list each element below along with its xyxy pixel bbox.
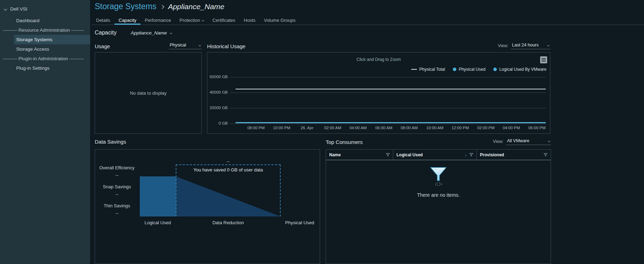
- metric-value: --: [96, 191, 138, 197]
- sidebar-item-plugin-settings[interactable]: Plug-in Settings: [0, 63, 90, 73]
- breadcrumb: Storage Systems Appliance_Name: [95, 2, 224, 11]
- top-consumers-table: Name Logical Used ↓ Provisioned: [326, 149, 551, 264]
- usage-filter-value: Physical: [170, 43, 186, 48]
- savings-annotation-value: --: [176, 159, 281, 164]
- top-consumers-header: Top Consumers View: All VMware: [326, 138, 551, 145]
- historical-view-select[interactable]: Last 24 hours: [511, 42, 550, 49]
- view-label: View:: [498, 43, 508, 48]
- gridline: [230, 108, 546, 108]
- historical-usage-header: Historical Usage View: Last 24 hours: [207, 42, 550, 49]
- tab-certificates[interactable]: Certificates: [208, 15, 239, 25]
- chart-menu-button[interactable]: [540, 56, 547, 63]
- physical-total-line: [236, 89, 546, 89]
- savings-annotation-text: You have saved 0 GB of user data: [176, 167, 281, 172]
- app-window: Dell VSI Dashboard --------- Resource Ad…: [0, 0, 644, 264]
- usage-empty-message: No data to display: [130, 90, 167, 96]
- metric-value: --: [96, 210, 138, 216]
- x-tick: 04:00 AM: [350, 126, 367, 130]
- sidebar-item-storage-systems[interactable]: Storage Systems: [14, 35, 90, 44]
- x-tick: 06:00 AM: [375, 126, 393, 130]
- sort-descending-icon[interactable]: ↓: [465, 152, 467, 157]
- tab-protection-label: Protection: [180, 18, 200, 23]
- metric-label: Snap Savings: [96, 184, 138, 189]
- sidebar-root-dell-vsi[interactable]: Dell VSI: [0, 0, 90, 16]
- x-tick: 10:00 AM: [426, 126, 444, 130]
- y-tick: 40000 GB: [208, 90, 228, 94]
- x-tick: 10:00 PM: [273, 126, 290, 130]
- dot-marker-icon: [453, 68, 456, 71]
- tab-protection[interactable]: Protection: [175, 15, 208, 25]
- column-header-provisioned[interactable]: Provisioned: [476, 150, 551, 160]
- table-header-row: Name Logical Used ↓ Provisioned: [326, 150, 551, 160]
- chevron-down-icon: [199, 44, 201, 46]
- metric-thin-savings: Thin Savings --: [96, 203, 138, 216]
- stage-label-physical-used: Physical Used: [285, 220, 314, 225]
- usage-title: Usage: [95, 43, 110, 49]
- appliance-selector-value: Appliance_Name: [131, 30, 167, 36]
- column-header-name[interactable]: Name: [326, 150, 393, 160]
- top-consumers-view-value: All VMware: [507, 138, 529, 143]
- legend-physical-total[interactable]: Physical Total: [411, 67, 445, 72]
- stage-label-data-reduction: Data Reduction: [212, 220, 244, 225]
- x-tick: 26. Apr: [301, 126, 313, 130]
- main-content: Storage Systems Appliance_Name Details C…: [90, 0, 644, 264]
- capacity-header-row: Capacity Appliance_Name: [95, 30, 172, 36]
- empty-state: There are no items.: [326, 160, 551, 198]
- tab-performance[interactable]: Performance: [140, 15, 175, 25]
- y-tick: 20000 GB: [208, 106, 228, 110]
- tab-capacity[interactable]: Capacity: [114, 15, 141, 25]
- tab-hosts[interactable]: Hosts: [239, 15, 260, 25]
- logical-used-bar: [140, 176, 176, 216]
- tab-details[interactable]: Details: [92, 15, 114, 25]
- top-consumers-title: Top Consumers: [326, 139, 363, 145]
- top-consumers-view-select[interactable]: All VMware: [506, 138, 551, 145]
- x-tick: 04:00 PM: [502, 126, 520, 130]
- breadcrumb-storage-systems-link[interactable]: Storage Systems: [95, 2, 156, 11]
- legend-logical-used-by-vmware[interactable]: Logical Used By VMware: [493, 67, 546, 72]
- legend-label: Physical Total: [419, 67, 445, 72]
- chart-legend: Physical Total Physical Used Logical Use…: [411, 67, 546, 72]
- sidebar-item-dashboard[interactable]: Dashboard: [0, 16, 90, 25]
- column-header-logical-used[interactable]: Logical Used ↓: [393, 150, 476, 160]
- x-tick: 02:00 PM: [477, 126, 494, 130]
- legend-physical-used[interactable]: Physical Used: [453, 67, 486, 72]
- y-tick: 0 GB: [208, 121, 228, 125]
- chevron-down-icon: [170, 32, 172, 34]
- chevron-right-icon: [160, 5, 164, 9]
- sidebar-section-resource-administration: --------- Resource Administration ------…: [0, 25, 90, 35]
- line-marker-icon: [411, 69, 417, 70]
- historical-view-value: Last 24 hours: [512, 43, 539, 48]
- metric-value: --: [96, 172, 138, 178]
- sidebar-item-storage-access[interactable]: Storage Access: [0, 44, 90, 54]
- y-tick: 60000 GB: [208, 75, 228, 79]
- legend-label: Logical Used By VMware: [499, 67, 546, 72]
- historical-usage-title: Historical Usage: [207, 43, 245, 49]
- chevron-down-icon: [547, 44, 550, 46]
- filter-icon[interactable]: [544, 153, 548, 157]
- metric-label: Thin Savings: [96, 203, 138, 208]
- metric-label: Overall Efficiency: [96, 165, 138, 170]
- page-title: Appliance_Name: [168, 2, 224, 11]
- tab-bar: Details Capacity Performance Protection …: [92, 15, 644, 25]
- appliance-selector[interactable]: Appliance_Name: [131, 30, 172, 36]
- usage-panel: No data to display: [95, 52, 202, 134]
- usage-header: Usage Physical: [95, 42, 202, 49]
- filter-icon[interactable]: [469, 153, 473, 157]
- chevron-down-icon: [548, 139, 550, 142]
- historical-usage-chart-panel[interactable]: Click and Drag to Zoom Physical Total Ph…: [207, 52, 550, 134]
- filter-icon[interactable]: [386, 153, 390, 157]
- usage-filter-select[interactable]: Physical: [169, 42, 202, 49]
- data-savings-title: Data Savings: [95, 139, 126, 145]
- sidebar: Dell VSI Dashboard --------- Resource Ad…: [0, 0, 90, 264]
- chevron-down-icon: [4, 7, 7, 11]
- x-tick: 02:00 AM: [324, 126, 342, 130]
- x-tick: 06:00 PM: [528, 126, 545, 130]
- dot-marker-icon: [493, 68, 497, 71]
- capacity-section-title: Capacity: [95, 30, 117, 36]
- empty-state-message: There are no items.: [417, 192, 459, 198]
- gridline: [230, 93, 546, 93]
- tab-volume-groups[interactable]: Volume Groups: [260, 15, 300, 25]
- chevron-down-icon: [202, 19, 204, 21]
- gridline: [230, 77, 546, 77]
- empty-funnel-icon: [429, 166, 448, 188]
